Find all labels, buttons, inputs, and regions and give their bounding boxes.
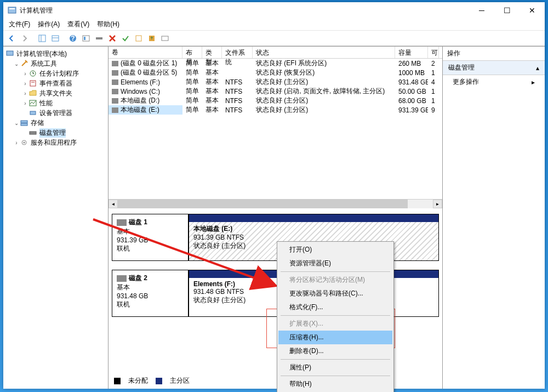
scroll-thumb[interactable]: [118, 200, 408, 208]
actions-more[interactable]: 更多操作 ▸: [443, 75, 545, 89]
tree-storage[interactable]: ⌄ 存储: [4, 118, 107, 128]
expand-icon[interactable]: ›: [22, 100, 28, 106]
menu-action[interactable]: 操作(A): [38, 20, 60, 29]
scroll-left-arrow[interactable]: ◄: [109, 200, 118, 208]
col-volume[interactable]: 卷: [109, 47, 182, 58]
nav-tree[interactable]: 计算机管理(本地) ⌄ 系统工具 ›任务计划程序 ›事件查看器 ›共享文件夹 ›…: [3, 47, 109, 389]
expand-icon[interactable]: ›: [13, 140, 20, 146]
toolbar-btn[interactable]: [159, 32, 171, 44]
col-layout[interactable]: 布局: [182, 47, 202, 58]
device-icon: [28, 109, 37, 117]
watermark: Baidu 经验 jingyan.baidu.com: [497, 369, 541, 388]
volume-row[interactable]: (磁盘 0 磁盘分区 5)简单基本状态良好 (恢复分区)1000 MB1: [109, 68, 442, 77]
svg-rect-13: [162, 36, 168, 41]
tree-system-tools[interactable]: ⌄ 系统工具: [4, 59, 107, 69]
collapse-icon[interactable]: ⌄: [13, 61, 20, 67]
expand-icon[interactable]: ›: [22, 81, 28, 87]
actions-group-disk-mgmt[interactable]: 磁盘管理 ▴: [443, 61, 545, 75]
svg-rect-22: [30, 132, 36, 134]
volume-list[interactable]: 卷 布局 类型 文件系统 状态 容量 可 (磁盘 0 磁盘分区 1)简单基本状态…: [109, 47, 442, 208]
tree-event-viewer[interactable]: ›事件查看器: [4, 78, 107, 88]
volume-row[interactable]: Elements (F:)简单基本NTFS状态良好 (主分区)931.48 GB…: [109, 77, 442, 87]
menu-file[interactable]: 文件(F): [9, 20, 30, 29]
volume-icon: [112, 79, 118, 85]
close-button[interactable]: ✕: [520, 2, 545, 19]
scroll-right-arrow[interactable]: ►: [433, 200, 442, 208]
expand-icon[interactable]: ›: [22, 71, 28, 77]
svg-point-24: [24, 142, 25, 144]
maximize-button[interactable]: ☐: [494, 2, 520, 19]
volume-icon: [112, 107, 118, 113]
svg-text:?: ?: [71, 35, 75, 42]
toolbar-btn[interactable]: [133, 32, 145, 44]
menu-help[interactable]: 帮助(H): [97, 20, 119, 29]
tree-performance[interactable]: ›性能: [4, 98, 107, 108]
menu-item[interactable]: 格式化(F)...: [278, 300, 392, 314]
menu-item[interactable]: 资源管理器(E): [278, 257, 392, 270]
collapse-icon[interactable]: ⌄: [13, 120, 20, 126]
event-icon: [28, 79, 37, 88]
svg-rect-1: [9, 8, 15, 9]
menu-item: 将分区标记为活动分区(M): [278, 273, 392, 287]
svg-rect-9: [84, 37, 85, 40]
menu-item[interactable]: 删除卷(D)...: [278, 344, 392, 358]
toolbar-properties[interactable]: [49, 32, 61, 44]
volume-row[interactable]: 本地磁盘 (E:)简单基本NTFS状态良好 (主分区)931.39 GB9: [109, 105, 442, 115]
svg-rect-10: [96, 37, 102, 39]
svg-rect-20: [21, 121, 27, 123]
volume-icon: [112, 98, 118, 104]
app-icon: [8, 6, 16, 15]
context-menu[interactable]: 打开(O)资源管理器(E)将分区标记为活动分区(M)更改驱动器号和路径(C)..…: [277, 241, 394, 392]
back-button[interactable]: [5, 32, 18, 44]
menu-item[interactable]: 更改驱动器号和路径(C)...: [278, 287, 392, 300]
svg-rect-4: [52, 36, 59, 41]
toolbar-btn[interactable]: [93, 32, 105, 44]
tree-root[interactable]: 计算机管理(本地): [4, 49, 107, 59]
disk-info[interactable]: 磁盘 1 基本931.39 GB联机: [112, 214, 189, 261]
tree-task-scheduler[interactable]: ›任务计划程序: [4, 69, 107, 78]
col-status[interactable]: 状态: [253, 47, 395, 58]
scroll-track[interactable]: [118, 200, 433, 208]
storage-icon: [20, 118, 28, 127]
toolbar-btn[interactable]: [146, 32, 158, 44]
tree-device-manager[interactable]: 设备管理器: [4, 108, 107, 118]
menu-item[interactable]: 打开(O): [278, 243, 392, 257]
tree-shared-folders[interactable]: ›共享文件夹: [4, 88, 107, 98]
submenu-arrow-icon: ▸: [532, 78, 535, 86]
disk-icon: [28, 128, 37, 137]
volume-list-header[interactable]: 卷 布局 类型 文件系统 状态 容量 可: [109, 47, 442, 59]
menu-item[interactable]: 帮助(H): [278, 377, 392, 391]
forward-button[interactable]: [19, 32, 31, 44]
menu-item[interactable]: 属性(P): [278, 361, 392, 374]
volume-row[interactable]: Windows (C:)简单基本NTFS状态良好 (启动, 页面文件, 故障转储…: [109, 87, 442, 96]
horizontal-scrollbar[interactable]: ◄ ►: [109, 199, 442, 208]
col-capacity[interactable]: 容量: [395, 47, 428, 58]
menu-item: 扩展卷(X)...: [278, 317, 392, 331]
help-icon[interactable]: ?: [67, 32, 79, 44]
volume-icon: [112, 70, 118, 76]
col-type[interactable]: 类型: [202, 47, 222, 58]
col-filesystem[interactable]: 文件系统: [222, 47, 253, 58]
services-icon: [20, 138, 28, 147]
legend-primary: 主分区: [170, 376, 190, 385]
expand-icon[interactable]: ›: [22, 90, 28, 96]
toolbar-btn[interactable]: [80, 32, 92, 44]
svg-rect-21: [21, 123, 27, 126]
volume-row[interactable]: (磁盘 0 磁盘分区 1)简单基本状态良好 (EFI 系统分区)260 MB2: [109, 59, 442, 68]
menu-view[interactable]: 查看(V): [67, 20, 89, 29]
actions-header: 操作: [443, 47, 545, 61]
col-free[interactable]: 可: [428, 47, 439, 58]
tree-disk-management[interactable]: 磁盘管理: [4, 128, 107, 138]
disk-info[interactable]: 磁盘 2 基本931.48 GB联机: [112, 270, 189, 317]
volume-row[interactable]: 本地磁盘 (D:)简单基本NTFS状态良好 (主分区)68.00 GB1: [109, 96, 442, 105]
delete-icon[interactable]: [106, 32, 118, 44]
toolbar-show-hide[interactable]: [36, 32, 48, 44]
tree-services-apps[interactable]: › 服务和应用程序: [4, 138, 107, 147]
check-icon[interactable]: [119, 32, 132, 44]
minimize-button[interactable]: ─: [469, 2, 494, 19]
menu-item[interactable]: 压缩卷(H)...: [278, 331, 392, 344]
performance-icon: [28, 99, 37, 107]
content-area: 计算机管理(本地) ⌄ 系统工具 ›任务计划程序 ›事件查看器 ›共享文件夹 ›…: [3, 46, 545, 389]
clock-icon: [28, 69, 37, 78]
legend-unallocated: 未分配: [128, 376, 148, 385]
